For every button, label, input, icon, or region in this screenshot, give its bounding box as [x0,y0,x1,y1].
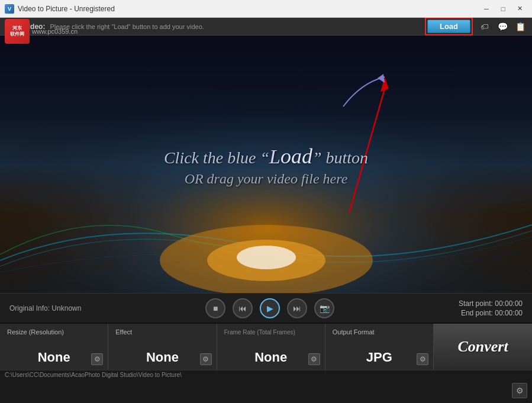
resize-label: Resize (Resolution) [7,328,101,336]
effect-settings-button[interactable]: ⚙ [200,353,212,365]
stop-button[interactable]: ■ [205,298,225,318]
bottom-controls: Resize (Resolution) None ⚙ Effect None ⚙… [0,323,532,370]
end-point: End point: 00:00:00 [461,309,523,317]
output-format-panel: Output Format JPG ⚙ [325,324,434,370]
clipboard-icon[interactable]: 📋 [513,20,527,34]
convert-button[interactable]: Convert [434,324,532,370]
tag-icon[interactable]: 🏷 [478,20,492,34]
framerate-label: Frame Rate (Total Frames) [224,328,318,336]
framerate-panel: Frame Rate (Total Frames) None ⚙ [217,324,325,370]
status-text: C:\Users\CC\Documents\AcaoPhoto Digital … [5,372,182,378]
output-settings-button[interactable]: ⚙ [417,353,428,365]
effect-value: None [115,350,209,365]
maximize-button[interactable]: □ [495,3,511,15]
effect-panel: Effect None ⚙ [108,324,217,370]
framerate-settings-button[interactable]: ⚙ [308,353,320,365]
original-info: Original Info: Unknown [9,304,81,312]
start-point: Start point: 00:00:00 [459,299,523,308]
load-label: Load Video: [5,22,45,31]
resize-settings-button[interactable]: ⚙ [91,353,103,365]
next-button[interactable]: ⏭ [287,298,307,318]
time-info: Start point: 00:00:00 End point: 00:00:0… [459,299,523,317]
output-label: Output Format [333,328,426,336]
minimize-button[interactable]: ─ [479,3,494,15]
svg-point-3 [237,246,296,269]
playback-controls: Original Info: Unknown ■ ⏮ ▶ ⏭ 📷 Start p… [0,293,532,323]
resize-panel: Resize (Resolution) None ⚙ [0,324,108,370]
resize-value: None [7,350,101,365]
load-button-container: Load [425,17,473,36]
snapshot-button[interactable]: 📷 [314,298,334,318]
close-button[interactable]: ✕ [512,3,527,15]
effect-label: Effect [115,328,209,336]
time-settings-button[interactable]: ⚙ [512,383,527,398]
prev-button[interactable]: ⏮ [233,298,253,318]
output-value: JPG [333,350,426,365]
playback-buttons: ■ ⏮ ▶ ⏭ 📷 [205,298,334,318]
load-button[interactable]: Load [427,20,470,33]
background-decoration [0,36,532,293]
play-button[interactable]: ▶ [260,298,280,318]
title-bar: V Video to Picture - Unregistered ─ □ ✕ [0,0,532,18]
status-bar: C:\Users\CC\Documents\AcaoPhoto Digital … [0,370,532,379]
framerate-value: None [224,350,318,365]
toolbar-icons: 🏷 💬 📋 [478,20,527,34]
video-drop-area[interactable]: Click the blue “Load” button OR drag you… [0,36,532,293]
toolbar: Load Video: Please click the right "Load… [0,18,532,36]
load-hint: Please click the right "Load" button to … [50,23,420,30]
window-controls: ─ □ ✕ [479,3,527,15]
window-title: Video to Picture - Unregistered [18,5,115,13]
title-bar-left: V Video to Picture - Unregistered [5,4,115,14]
chat-icon[interactable]: 💬 [495,20,510,34]
app-icon: V [5,4,14,14]
